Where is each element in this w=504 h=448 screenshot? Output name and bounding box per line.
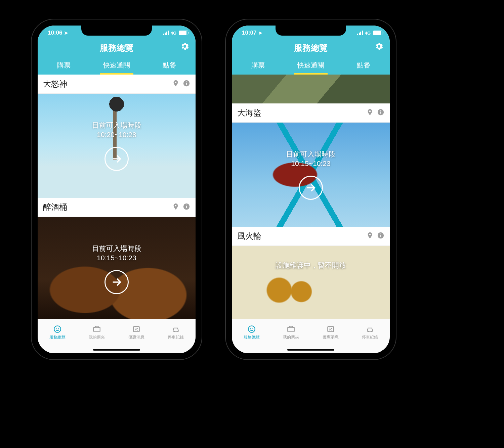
attraction-card[interactable]: 目前可入場時段 10:20~10:28: [38, 94, 196, 198]
attraction-title: 大怒神: [43, 79, 67, 89]
svg-point-26: [368, 331, 369, 332]
attraction-list[interactable]: 大怒神 目前可入場時段 10:20~10:28: [38, 75, 196, 319]
tabbar-label: 停車紀錄: [168, 334, 184, 340]
discount-icon: [326, 325, 335, 333]
attraction-card[interactable]: 設施維護中，暫不開放: [232, 246, 390, 319]
tabbar-label: 服務總覽: [244, 334, 260, 340]
entry-window-time: 10:15~10:23: [291, 160, 330, 168]
screen: 10:06 ➤ 4G 服務總覽 購票 快速通關 點餐: [38, 26, 196, 353]
home-indicator: [232, 346, 390, 353]
smile-icon: [247, 325, 256, 333]
map-pin-button[interactable]: [366, 108, 374, 117]
status-time: 10:07 ➤: [242, 30, 262, 36]
map-pin-button[interactable]: [366, 232, 374, 240]
home-indicator: [38, 346, 196, 353]
tabbar-parking[interactable]: 停車紀錄: [350, 319, 390, 346]
tab-buy-tickets[interactable]: 購票: [232, 57, 285, 75]
entry-window-time: 10:20~10:28: [97, 131, 136, 139]
tabbar-label: 我的票夾: [283, 334, 299, 340]
svg-point-10: [135, 328, 135, 328]
app-header: 服務總覽: [38, 40, 196, 57]
tabbar-parking[interactable]: 停車紀錄: [156, 319, 196, 346]
info-icon: [377, 232, 384, 239]
screen: 10:07 ➤ 4G 服務總覽 購票 快速通關 點餐: [232, 26, 390, 353]
car-icon: [366, 325, 374, 333]
svg-rect-1: [186, 83, 187, 85]
tabbar-promos[interactable]: 優惠消息: [117, 319, 156, 346]
car-icon: [171, 325, 180, 333]
svg-point-27: [371, 331, 372, 332]
tab-fast-pass[interactable]: 快速通關: [90, 57, 143, 75]
tabbar-services[interactable]: 服務總覽: [38, 319, 77, 346]
entry-window-label: 目前可入場時段: [92, 244, 141, 253]
info-icon: [183, 80, 190, 87]
battery-icon: [373, 31, 382, 35]
tabbar-promos[interactable]: 優惠消息: [311, 319, 350, 346]
enter-button[interactable]: [104, 270, 129, 294]
attraction-card[interactable]: 目前可入場時段 10:15~10:23: [38, 217, 196, 319]
item-header: 大怒神: [38, 75, 196, 94]
item-header: 醉酒桶: [38, 198, 196, 217]
info-icon: [377, 108, 384, 116]
svg-rect-18: [380, 235, 381, 237]
signal-icon: [357, 31, 363, 35]
tab-food-order[interactable]: 點餐: [143, 57, 196, 75]
entry-window-label: 目前可入場時段: [92, 121, 141, 130]
svg-point-13: [177, 331, 178, 332]
enter-button[interactable]: [104, 147, 129, 171]
network-label: 4G: [365, 31, 371, 36]
attraction-card-partial[interactable]: [232, 75, 390, 103]
svg-rect-2: [186, 82, 187, 82]
entry-window-time: 10:15~10:23: [97, 254, 136, 262]
info-button[interactable]: [183, 80, 190, 88]
settings-button[interactable]: [180, 42, 190, 52]
settings-button[interactable]: [374, 42, 384, 52]
attraction-title: 醉酒桶: [43, 202, 67, 213]
device-notch: [276, 26, 346, 36]
tabbar-label: 服務總覽: [49, 334, 66, 340]
tab-buy-tickets[interactable]: 購票: [38, 57, 90, 75]
app-header: 服務總覽: [232, 40, 390, 57]
info-button[interactable]: [183, 203, 190, 212]
svg-point-21: [250, 328, 251, 329]
map-pin-button[interactable]: [172, 203, 179, 212]
svg-rect-4: [186, 206, 187, 208]
tab-fast-pass[interactable]: 快速通關: [285, 57, 337, 75]
location-icon: ➤: [257, 30, 262, 36]
wallet-icon: [287, 325, 295, 333]
map-pin-icon: [366, 232, 374, 239]
list-item: 大海盜 目前可入場時段 10:15~10:23: [232, 103, 390, 227]
svg-point-24: [329, 328, 330, 328]
top-tabs: 購票 快速通關 點餐: [38, 57, 196, 75]
status-time: 10:06 ➤: [48, 30, 68, 36]
bottom-tabbar: 服務總覽 我的票夾 優惠消息 停車紀錄: [232, 319, 390, 346]
attraction-list[interactable]: 大海盜 目前可入場時段 10:15~10:23: [232, 75, 390, 319]
list-item: 醉酒桶 目前可入場時段 10:15~10:23: [38, 198, 196, 319]
smile-icon: [53, 325, 62, 333]
device-notch: [81, 26, 152, 36]
tabbar-services[interactable]: 服務總覽: [232, 319, 271, 346]
svg-rect-19: [380, 234, 381, 234]
attraction-card[interactable]: 目前可入場時段 10:15~10:23: [232, 123, 390, 227]
tabbar-tickets[interactable]: 我的票夾: [77, 319, 117, 346]
svg-rect-5: [186, 205, 187, 206]
svg-point-7: [56, 328, 56, 329]
tabbar-label: 我的票夾: [89, 334, 105, 340]
maintenance-label: 設施維護中，暫不開放: [276, 261, 346, 270]
map-pin-icon: [172, 203, 179, 210]
svg-point-6: [54, 326, 61, 332]
info-button[interactable]: [377, 232, 384, 240]
tabbar-tickets[interactable]: 我的票夾: [271, 319, 311, 346]
map-pin-icon: [172, 80, 179, 87]
tab-food-order[interactable]: 點餐: [337, 57, 390, 75]
svg-point-22: [252, 328, 253, 329]
gear-icon: [374, 42, 384, 51]
top-tabs: 購票 快速通關 點餐: [232, 57, 390, 75]
map-pin-button[interactable]: [172, 80, 179, 88]
enter-button[interactable]: [299, 176, 323, 200]
phone-mockup-left: 10:06 ➤ 4G 服務總覽 購票 快速通關 點餐: [32, 19, 202, 359]
info-button[interactable]: [377, 108, 384, 117]
battery-icon: [179, 31, 188, 35]
discount-icon: [132, 325, 141, 333]
network-label: 4G: [171, 31, 176, 36]
